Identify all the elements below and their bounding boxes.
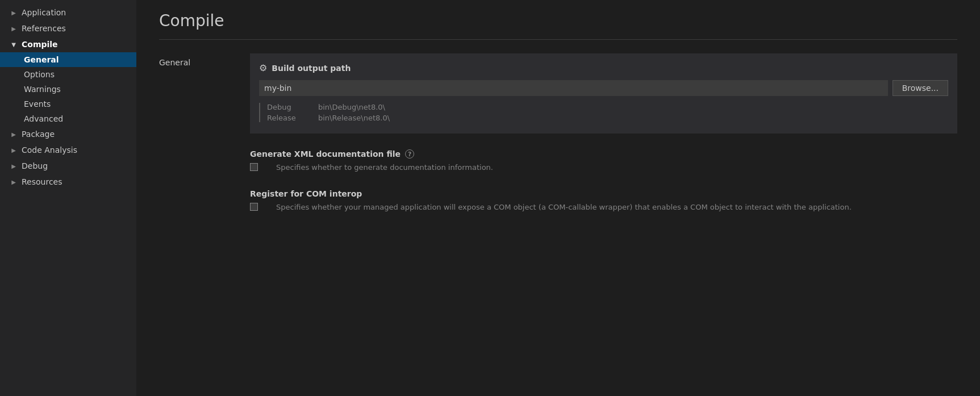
config-release-label: Release [267,114,307,122]
config-release-value: bin\Release\net8.0\ [318,114,390,122]
xml-doc-description: Specifies whether to generate documentat… [276,162,493,173]
chevron-right-icon: ▶ [9,24,18,33]
help-icon[interactable]: ? [405,149,414,159]
sidebar-item-label: Package [22,130,55,139]
main-content: Compile General ⚙ Build output path Brow… [136,0,980,396]
sidebar-item-compile-events[interactable]: Events [0,97,136,111]
content-layout: General ⚙ Build output path Browse... De… [159,53,957,228]
sidebar-item-compile-options[interactable]: Options [0,67,136,82]
config-debug-label: Debug [267,103,307,111]
sidebar-sub-item-label: Warnings [24,85,61,94]
block-header: ⚙ Build output path [259,62,948,73]
sidebar-sub-item-label: Advanced [24,114,63,123]
com-interop-title: Register for COM interop [250,189,957,198]
sidebar-item-label: Application [22,8,66,17]
section-body: ⚙ Build output path Browse... Debug bin\… [250,53,957,228]
chevron-right-icon: ▶ [9,177,18,186]
divider [159,39,957,40]
sidebar-item-compile-general[interactable]: General [0,52,136,67]
com-interop-checkbox-row: Specifies whether your managed applicati… [250,202,957,213]
sidebar-item-code-analysis[interactable]: ▶ Code Analysis [0,142,136,158]
sidebar-item-label: Resources [22,177,62,186]
chevron-down-icon: ▼ [9,40,18,49]
sidebar-item-resources[interactable]: ▶ Resources [0,174,136,190]
chevron-right-icon: ▶ [9,161,18,170]
config-table: Debug bin\Debug\net8.0\ Release bin\Rele… [259,103,948,122]
chevron-right-icon: ▶ [9,8,18,17]
sidebar-item-debug[interactable]: ▶ Debug [0,158,136,174]
com-interop-block: Register for COM interop Specifies wheth… [250,189,957,213]
config-row-release: Release bin\Release\net8.0\ [267,114,948,122]
chevron-right-icon: ▶ [9,145,18,155]
xml-doc-title: Generate XML documentation file ? [250,149,957,159]
com-interop-checkbox[interactable] [250,203,258,211]
sidebar-item-label: Code Analysis [22,145,77,155]
build-output-input[interactable] [259,80,888,96]
sidebar-item-compile-advanced[interactable]: Advanced [0,111,136,126]
build-output-title: Build output path [272,64,351,73]
build-output-block: ⚙ Build output path Browse... Debug bin\… [250,53,957,134]
sidebar-sub-item-label: Options [24,70,55,79]
sidebar: ▶ Application ▶ References ▼ Compile Gen… [0,0,136,396]
input-row: Browse... [259,80,948,96]
config-row-debug: Debug bin\Debug\net8.0\ [267,103,948,111]
sidebar-sub-item-label: General [24,55,59,64]
sidebar-item-label: References [22,24,66,33]
sidebar-item-compile-warnings[interactable]: Warnings [0,82,136,97]
xml-doc-checkbox[interactable] [250,163,258,171]
chevron-right-icon: ▶ [9,130,18,139]
sidebar-sub-item-label: Events [24,99,51,109]
sidebar-item-compile[interactable]: ▼ Compile [0,36,136,52]
sidebar-item-label: Compile [22,40,58,49]
xml-doc-block: Generate XML documentation file ? Specif… [250,149,957,173]
com-interop-description: Specifies whether your managed applicati… [276,202,852,213]
section-label: General [159,53,227,228]
page-title: Compile [159,11,957,30]
sidebar-item-references[interactable]: ▶ References [0,20,136,36]
sidebar-item-application[interactable]: ▶ Application [0,5,136,20]
config-debug-value: bin\Debug\net8.0\ [318,103,385,111]
browse-button[interactable]: Browse... [893,80,948,96]
sidebar-item-package[interactable]: ▶ Package [0,126,136,142]
gear-icon: ⚙ [259,62,267,73]
sidebar-item-label: Debug [22,161,48,170]
xml-doc-checkbox-row: Specifies whether to generate documentat… [250,162,957,173]
